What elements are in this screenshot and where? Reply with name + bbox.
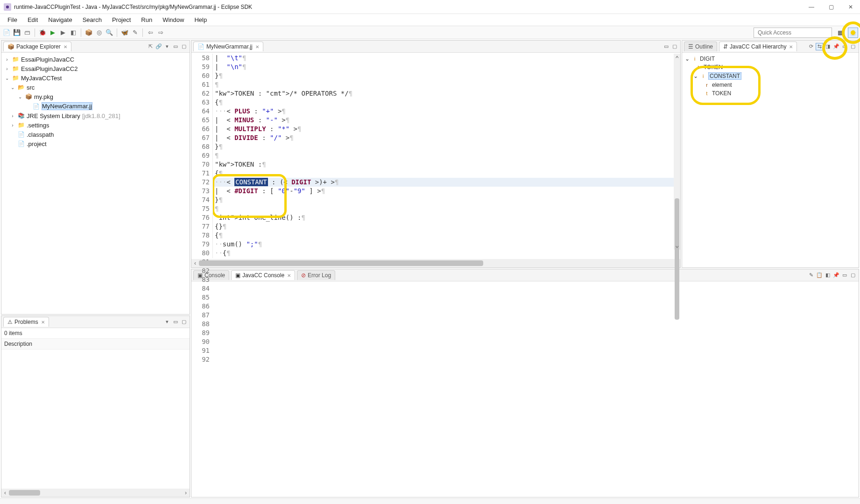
minimize-view-button[interactable]: ▭ xyxy=(172,43,179,50)
outline-tab[interactable]: ☰ Outline xyxy=(684,42,717,51)
file-item[interactable]: MyNewGrammar.jj xyxy=(42,102,92,110)
back-button[interactable]: ⇦ xyxy=(146,28,155,37)
outline-root[interactable]: DIGIT xyxy=(700,56,715,62)
jre-item[interactable]: JRE System Library xyxy=(27,112,80,119)
maximize-view-button[interactable]: ▢ xyxy=(849,272,857,279)
jre-detail: [jdk1.8.0_281] xyxy=(82,112,120,119)
status-bar xyxy=(0,498,860,504)
menu-edit[interactable]: Edit xyxy=(23,14,42,25)
classpath-item[interactable]: .classpath xyxy=(27,131,54,138)
project-item[interactable]: MyJavaCCTest xyxy=(21,75,62,82)
run-last-button[interactable]: ▶ xyxy=(58,28,68,37)
editor-v-scrollbar[interactable]: ⌃ ⌄ xyxy=(674,54,680,250)
maximize-button[interactable]: ▢ xyxy=(825,1,837,13)
open-perspective-button[interactable]: ▦ xyxy=(835,28,845,38)
menu-navigate[interactable]: Navigate xyxy=(43,14,77,25)
project-item[interactable]: EssaiPluginJavaCC2 xyxy=(21,65,78,72)
package-explorer-tree[interactable]: ›📁EssaiPluginJavaCC ›📁EssaiPluginJavaCC2… xyxy=(1,53,190,314)
src-item[interactable]: src xyxy=(27,84,35,91)
new-package-button[interactable]: 📦 xyxy=(84,28,93,37)
view-menu-button[interactable]: ▾ xyxy=(163,43,171,50)
pin-button[interactable]: 📌 xyxy=(832,43,840,50)
caller-callee-button[interactable]: ⇆ xyxy=(816,43,823,50)
hierarchy-button[interactable]: ◨ xyxy=(824,43,832,50)
code-area[interactable]: | "\t"¶| "\n"¶}¶¶"kw">TOKEN : "cmt">/* O… xyxy=(213,54,680,258)
project-file-item[interactable]: .project xyxy=(27,140,47,147)
coverage-button[interactable]: ◧ xyxy=(69,28,78,37)
errorlog-icon: ⊘ xyxy=(301,272,306,279)
pkg-item[interactable]: my.pkg xyxy=(34,93,53,100)
outline-tree[interactable]: ⌄iDIGIT tTOKEN ⌄iCONSTANT relement tTOKE… xyxy=(682,53,859,267)
search-button[interactable]: 🦋 xyxy=(120,28,129,37)
close-icon[interactable]: ✕ xyxy=(287,273,291,278)
new-class-button[interactable]: ◎ xyxy=(94,28,104,37)
close-window-button[interactable]: ✕ xyxy=(845,1,856,13)
console-head: ▣ Console ▣ JavaCC Console ✕ ⊘ Error Log… xyxy=(191,269,859,281)
close-icon[interactable]: ✕ xyxy=(255,44,259,49)
editor-body[interactable]: 5859606162636465666768697071727374757677… xyxy=(191,54,680,258)
javacc-hierarchy-tab[interactable]: ⇵ JavaCC Call Hierarchy ✕ xyxy=(719,42,797,51)
forward-button[interactable]: ⇨ xyxy=(156,28,165,37)
link-editor-button[interactable]: 🔗 xyxy=(155,43,162,50)
outline-item[interactable]: TOKEN xyxy=(704,64,723,70)
save-all-button[interactable]: 🗃 xyxy=(22,28,32,37)
annotation-button[interactable]: ✎ xyxy=(130,28,140,37)
errorlog-title: Error Log xyxy=(308,272,331,279)
menu-run[interactable]: Run xyxy=(136,14,157,25)
javacc-console-tab[interactable]: ▣ JavaCC Console ✕ xyxy=(231,270,295,280)
javacc-console-icon: ▣ xyxy=(235,272,240,279)
toggle-button[interactable]: ◧ xyxy=(824,272,832,279)
outline-item[interactable]: CONSTANT xyxy=(708,72,741,80)
collapse-all-button[interactable]: ⇱ xyxy=(147,43,154,50)
problems-body xyxy=(1,350,190,489)
outline-icon: ☰ xyxy=(688,43,693,50)
minimize-view-button[interactable]: ▭ xyxy=(841,43,848,50)
new-button[interactable]: 📄 xyxy=(2,28,11,37)
refresh-button[interactable]: ⟳ xyxy=(807,43,815,50)
problems-h-scrollbar[interactable]: ‹› xyxy=(1,489,190,497)
minimize-button[interactable]: — xyxy=(806,1,817,13)
problems-title: Problems xyxy=(14,319,38,325)
library-icon: 📚 xyxy=(17,112,25,119)
outline-item[interactable]: element xyxy=(712,82,732,88)
menu-file[interactable]: File xyxy=(3,14,22,25)
project-item[interactable]: EssaiPluginJavaCC xyxy=(21,56,74,63)
problems-tab[interactable]: ⚠ Problems ✕ xyxy=(3,317,49,327)
save-button[interactable]: 💾 xyxy=(12,28,21,37)
digit-icon: i xyxy=(691,56,698,62)
run-button[interactable]: ▶ xyxy=(48,28,57,37)
editor-h-scrollbar[interactable]: ‹› xyxy=(191,259,680,267)
close-icon[interactable]: ✕ xyxy=(41,320,45,325)
pin-button[interactable]: 📌 xyxy=(832,272,840,279)
errorlog-tab[interactable]: ⊘ Error Log xyxy=(297,270,335,280)
file-icon: 📄 xyxy=(32,103,40,110)
quick-access-input[interactable] xyxy=(754,28,832,38)
package-explorer-tab[interactable]: 📦 Package Explorer ✕ xyxy=(3,42,71,51)
java-perspective-button[interactable]: ☕ xyxy=(848,28,858,38)
close-icon[interactable]: ✕ xyxy=(789,44,793,49)
copy-button[interactable]: 📋 xyxy=(816,272,823,279)
editor-tab[interactable]: 📄 MyNewGrammar.jj ✕ xyxy=(193,42,263,51)
problems-head: ⚠ Problems ✕ ▾ ▭ ▢ xyxy=(1,316,190,328)
menu-window[interactable]: Window xyxy=(158,14,189,25)
settings-item[interactable]: .settings xyxy=(27,122,49,129)
debug-button[interactable]: 🐞 xyxy=(38,28,47,37)
close-icon[interactable]: ✕ xyxy=(63,44,67,49)
view-menu-button[interactable]: ▾ xyxy=(163,318,171,326)
maximize-view-button[interactable]: ▢ xyxy=(180,43,188,50)
open-type-button[interactable]: 🔍 xyxy=(105,28,114,37)
token-icon: t xyxy=(704,90,710,97)
minimize-view-button[interactable]: ▭ xyxy=(172,318,179,326)
problems-column-description[interactable]: Description xyxy=(1,339,190,350)
menu-project[interactable]: Project xyxy=(107,14,135,25)
minimize-view-button[interactable]: ▭ xyxy=(841,272,848,279)
project-icon: 📁 xyxy=(12,74,19,82)
minimize-editor-button[interactable]: ▭ xyxy=(663,43,670,50)
menu-search[interactable]: Search xyxy=(78,14,106,25)
maximize-view-button[interactable]: ▢ xyxy=(849,43,857,50)
menu-help[interactable]: Help xyxy=(190,14,211,25)
clear-console-button[interactable]: ✎ xyxy=(807,272,815,279)
maximize-view-button[interactable]: ▢ xyxy=(180,318,188,326)
outline-item[interactable]: TOKEN xyxy=(712,90,731,97)
maximize-editor-button[interactable]: ▢ xyxy=(671,43,678,50)
